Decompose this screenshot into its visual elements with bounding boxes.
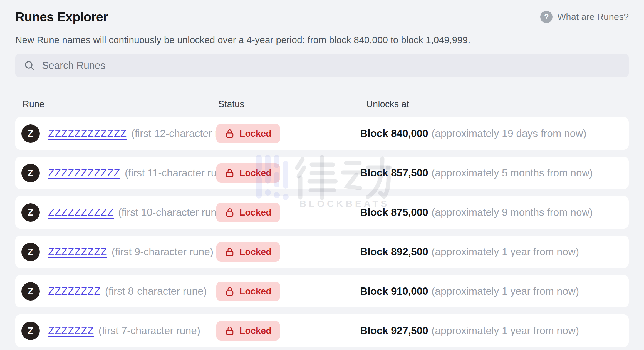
search-bar <box>15 54 629 77</box>
unlocks-cell: Block 927,500(approximately 1 year from … <box>360 325 629 337</box>
rune-cell: Z ZZZZZZZZZ (first 9-character rune) <box>21 243 216 261</box>
search-icon <box>24 60 35 71</box>
status-label: Locked <box>239 247 272 257</box>
page-title: Runes Explorer <box>15 9 108 24</box>
column-header-status: Status <box>218 99 366 109</box>
unlocks-cell: Block 910,000(approximately 1 year from … <box>360 286 629 297</box>
status-label: Locked <box>239 207 272 218</box>
status-badge: Locked <box>216 321 280 341</box>
table-body: Z ZZZZZZZZZZZZ (first 12-character rune)… <box>15 117 629 347</box>
status-badge: Locked <box>216 124 280 143</box>
rune-cell: Z ZZZZZZZZZZZZ (first 12-character rune) <box>21 124 216 143</box>
block-label: Block 857,500 <box>360 167 428 179</box>
table-row: Z ZZZZZZZZZZZ (first 11-character rune) … <box>15 157 629 189</box>
status-badge: Locked <box>216 242 280 262</box>
status-label: Locked <box>239 168 272 178</box>
lock-icon <box>225 326 235 336</box>
status-cell: Locked <box>216 321 360 341</box>
rune-cell: Z ZZZZZZZ (first 7-character rune) <box>21 322 216 340</box>
question-circle-icon[interactable]: ? <box>540 11 553 23</box>
avatar: Z <box>21 164 40 182</box>
unlocks-cell: Block 875,000(approximately 9 months fro… <box>360 207 629 218</box>
unlocks-cell: Block 840,000(approximately 19 days from… <box>360 128 629 139</box>
lock-icon <box>225 247 235 257</box>
table-row: Z ZZZZZZZZZZ (first 10-character rune) L… <box>15 196 629 229</box>
rune-link[interactable]: ZZZZZZZZZZ <box>48 207 114 218</box>
block-label: Block 927,500 <box>360 325 428 336</box>
rune-link[interactable]: ZZZZZZZ <box>48 325 94 337</box>
search-input[interactable] <box>42 60 620 71</box>
status-label: Locked <box>239 326 272 336</box>
table-row: Z ZZZZZZZZ (first 8-character rune) Lock… <box>15 275 629 308</box>
avatar: Z <box>21 243 40 261</box>
status-cell: Locked <box>216 242 360 262</box>
page-header: Runes Explorer ? What are Runes? <box>15 0 629 24</box>
rune-note: (first 8-character rune) <box>105 286 207 297</box>
column-header-unlocks: Unlocks at <box>366 99 629 109</box>
status-cell: Locked <box>216 124 360 143</box>
runes-explorer-page: Runes Explorer ? What are Runes? New Run… <box>0 0 644 347</box>
rune-link[interactable]: ZZZZZZZZZZZZ <box>48 128 127 139</box>
rune-cell: Z ZZZZZZZZ (first 8-character rune) <box>21 282 216 301</box>
eta-label: (approximately 1 year from now) <box>432 325 579 336</box>
lock-icon <box>225 168 235 178</box>
lock-icon <box>225 286 235 296</box>
unlocks-cell: Block 857,500(approximately 5 months fro… <box>360 167 629 179</box>
status-cell: Locked <box>216 163 360 183</box>
rune-note: (first 7-character rune) <box>98 325 200 337</box>
table-header: Rune Status Unlocks at <box>15 77 629 117</box>
eta-label: (approximately 19 days from now) <box>432 128 586 139</box>
help-label: What are Runes? <box>557 12 629 22</box>
status-badge: Locked <box>216 203 280 222</box>
table-row: Z ZZZZZZZZZZZZ (first 12-character rune)… <box>15 117 629 150</box>
avatar: Z <box>21 124 40 143</box>
eta-label: (approximately 1 year from now) <box>432 286 579 297</box>
avatar: Z <box>21 282 40 301</box>
block-label: Block 910,000 <box>360 286 428 297</box>
block-label: Block 875,000 <box>360 207 428 218</box>
page-subtitle: New Rune names will continuously be unlo… <box>15 34 629 45</box>
avatar: Z <box>21 322 40 340</box>
eta-label: (approximately 9 months from now) <box>432 207 593 218</box>
status-label: Locked <box>239 286 272 297</box>
column-header-rune: Rune <box>23 99 218 109</box>
block-label: Block 892,500 <box>360 246 428 258</box>
help-link[interactable]: ? What are Runes? <box>540 11 629 23</box>
lock-icon <box>225 129 235 139</box>
avatar: Z <box>21 203 40 222</box>
table-row: Z ZZZZZZZ (first 7-character rune) Locke… <box>15 314 629 347</box>
status-badge: Locked <box>216 282 280 301</box>
rune-link[interactable]: ZZZZZZZZ <box>48 286 101 297</box>
eta-label: (approximately 5 months from now) <box>432 167 593 179</box>
status-cell: Locked <box>216 203 360 222</box>
rune-note: (first 10-character rune) <box>118 207 226 218</box>
table-row: Z ZZZZZZZZZ (first 9-character rune) Loc… <box>15 236 629 268</box>
unlocks-cell: Block 892,500(approximately 1 year from … <box>360 246 629 258</box>
rune-note: (first 9-character rune) <box>112 246 213 258</box>
eta-label: (approximately 1 year from now) <box>432 246 579 258</box>
status-label: Locked <box>239 128 272 139</box>
rune-link[interactable]: ZZZZZZZZZZZ <box>48 167 120 179</box>
lock-icon <box>225 208 235 218</box>
status-badge: Locked <box>216 163 280 183</box>
status-cell: Locked <box>216 282 360 301</box>
rune-link[interactable]: ZZZZZZZZZ <box>48 246 107 258</box>
rune-note: (first 11-character rune) <box>125 167 232 179</box>
rune-cell: Z ZZZZZZZZZZ (first 10-character rune) <box>21 203 216 222</box>
block-label: Block 840,000 <box>360 128 428 139</box>
rune-cell: Z ZZZZZZZZZZZ (first 11-character rune) <box>21 164 216 182</box>
